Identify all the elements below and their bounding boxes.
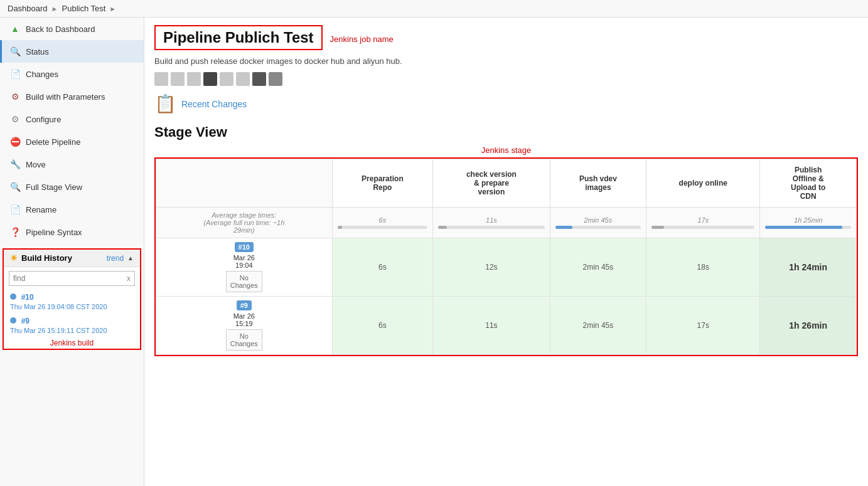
back-label: Back to Dashboard (26, 24, 95, 34)
build-block[interactable] (220, 72, 233, 86)
run-cell-9: #9 Mar 26 15:19 NoChanges (156, 297, 333, 355)
sidebar: ▲ Back to Dashboard 🔍 Status 📄 Changes ⚙… (0, 18, 144, 486)
build-search-clear[interactable]: x (123, 272, 134, 285)
build-history-title: ☀ Build History (10, 253, 72, 263)
sidebar-item-delete-pipeline[interactable]: ⛔ Delete Pipeline (0, 130, 144, 153)
stage-table-wrapper: PreparationRepo check version& prepareve… (154, 157, 858, 356)
build-link-10[interactable]: #10 (21, 293, 34, 302)
build-link-9[interactable]: #9 (21, 317, 29, 325)
breadcrumb-arrow-1: ► (51, 5, 58, 13)
build-date-9[interactable]: Thu Mar 26 15:19:11 CST 2020 (10, 327, 107, 334)
sidebar-status-label: Status (26, 47, 49, 56)
pipeline-title: Pipeline Publich Test (163, 29, 314, 46)
build-history-header: ☀ Build History trend ▲ (4, 250, 140, 267)
build-block[interactable] (236, 72, 250, 86)
avg-push-vdev: 2min 45s (550, 208, 646, 238)
row9-push-vdev: 2min 45s (550, 297, 646, 355)
sidebar-item-pipeline-syntax[interactable]: ❓ Pipeline Syntax (0, 221, 144, 243)
run-col-header (156, 159, 333, 208)
sidebar-rename-label: Rename (26, 205, 56, 214)
breadcrumb-arrow-2: ► (109, 5, 116, 13)
sidebar-item-move[interactable]: 🔧 Move (0, 153, 144, 176)
stage-header-row: PreparationRepo check version& prepareve… (156, 159, 857, 208)
sidebar-changes-label: Changes (26, 70, 58, 79)
trend-link[interactable]: trend (107, 254, 124, 263)
breadcrumb: Dashboard ► Publich Test ► (0, 0, 868, 18)
row10-prep-repo: 6s (332, 238, 433, 297)
row10-push-vdev: 2min 45s (550, 238, 646, 297)
sidebar-back-to-dashboard[interactable]: ▲ Back to Dashboard (0, 18, 144, 40)
sidebar-item-changes[interactable]: 📄 Changes (0, 63, 144, 85)
table-row: #10 Mar 26 19:04 NoChanges 6s 12s 2min 4… (156, 238, 857, 297)
avg-check-version: 11s (433, 208, 550, 238)
build-history-section: ☀ Build History trend ▲ x #10 Thu Mar 26… (3, 248, 141, 350)
build-search-container: x (9, 271, 135, 286)
pipeline-description: Build and push release docker images to … (154, 56, 858, 66)
stage-view-title: Stage View (154, 124, 858, 140)
build-block[interactable] (269, 72, 282, 86)
build-search-input[interactable] (9, 272, 123, 285)
row9-publish-offline: 1h 26min (760, 297, 857, 355)
run-badge-10[interactable]: #10 (235, 242, 254, 252)
row10-publish-offline: 1h 24min (760, 238, 857, 297)
breadcrumb-dashboard[interactable]: Dashboard (8, 4, 48, 13)
build-blocks-row (154, 72, 858, 86)
row10-check-version: 12s (433, 238, 550, 297)
recent-changes-link[interactable]: Recent Changes (181, 99, 247, 109)
row9-prep-repo: 6s (332, 297, 433, 355)
avg-label-cell: Average stage times: (Average full run t… (156, 208, 333, 238)
sidebar-item-configure[interactable]: ⚙ Configure (0, 108, 144, 130)
no-changes-box-9: NoChanges (226, 329, 262, 351)
no-changes-box-10: NoChanges (226, 271, 262, 292)
notepad-icon: 📋 (154, 93, 176, 114)
build-block[interactable] (187, 72, 201, 86)
col-header-deploy-online: deploy online (646, 159, 760, 208)
build-dot-10 (10, 293, 16, 300)
sidebar-configure-label: Configure (26, 115, 61, 124)
build-dot-9 (10, 317, 16, 324)
changes-icon: 📄 (9, 68, 21, 80)
col-header-publish-offline: PublishOffline &Upload toCDN (760, 159, 857, 208)
sidebar-item-build-with-parameters[interactable]: ⚙ Build with Parameters (0, 85, 144, 108)
avg-row: Average stage times: (Average full run t… (156, 208, 857, 238)
jenkins-stage-annotation: Jenkins stage (154, 145, 858, 155)
run-cell-10: #10 Mar 26 19:04 NoChanges (156, 238, 333, 297)
move-icon: 🔧 (9, 159, 21, 170)
run-time-9: 15:19 (235, 320, 253, 327)
build-block[interactable] (171, 72, 185, 86)
sidebar-delete-label: Delete Pipeline (26, 137, 80, 147)
build-item-10: #10 Thu Mar 26 19:04:08 CST 2020 (4, 290, 140, 314)
row9-deploy-online: 17s (646, 297, 760, 355)
build-block[interactable] (154, 72, 168, 86)
rename-icon: 📄 (9, 204, 21, 215)
col-header-push-vdev: Push vdevimages (550, 159, 646, 208)
jenkins-build-annotation: Jenkins build (4, 337, 140, 349)
breadcrumb-publich-test[interactable]: Publich Test (62, 4, 106, 13)
run-date-9: Mar 26 (233, 312, 255, 320)
chevron-up-icon: ▲ (127, 255, 134, 261)
row10-deploy-online: 18s (646, 238, 760, 297)
sidebar-pipeline-syntax-label: Pipeline Syntax (26, 228, 82, 237)
sidebar-item-status[interactable]: 🔍 Status (0, 40, 144, 63)
configure-icon: ⚙ (9, 114, 21, 125)
main-content: Pipeline Publich Test Jenkins job name B… (144, 18, 868, 486)
build-block[interactable] (203, 72, 217, 86)
sidebar-build-params-label: Build with Parameters (26, 92, 105, 102)
run-time-10: 19:04 (235, 261, 253, 269)
sidebar-item-rename[interactable]: 📄 Rename (0, 198, 144, 221)
build-block[interactable] (252, 72, 266, 86)
sidebar-item-full-stage-view[interactable]: 🔍 Full Stage View (0, 176, 144, 198)
stage-table: PreparationRepo check version& prepareve… (156, 159, 857, 355)
col-header-check-version: check version& prepareversion (433, 159, 550, 208)
table-row: #9 Mar 26 15:19 NoChanges 6s 11s 2min 45… (156, 297, 857, 355)
jenkins-job-name-label: Jenkins job name (330, 34, 394, 44)
delete-icon: ⛔ (9, 136, 21, 147)
col-header-preparation-repo: PreparationRepo (332, 159, 433, 208)
fullstage-icon: 🔍 (9, 181, 21, 193)
pipeline-title-box: Pipeline Publich Test (154, 25, 323, 50)
run-badge-9[interactable]: #9 (237, 300, 252, 310)
run-date-10: Mar 26 (233, 254, 255, 261)
build-date-10[interactable]: Thu Mar 26 19:04:08 CST 2020 (10, 303, 107, 310)
sidebar-move-label: Move (26, 160, 46, 169)
build-params-icon: ⚙ (9, 91, 21, 102)
